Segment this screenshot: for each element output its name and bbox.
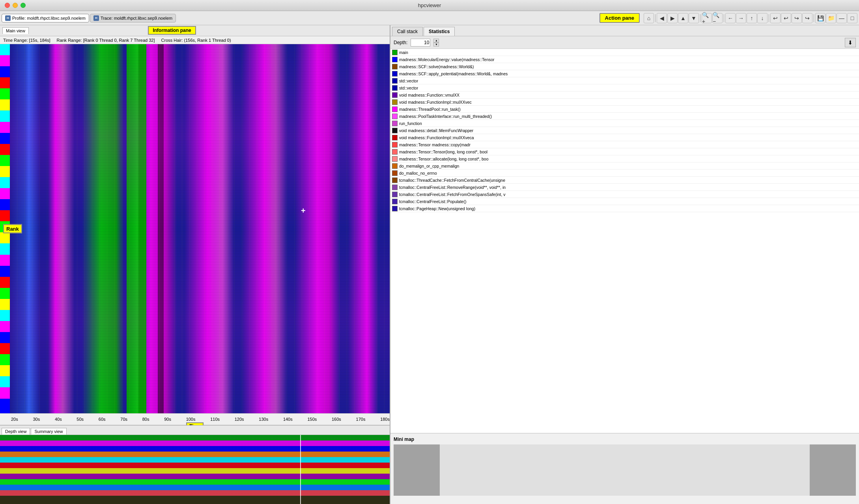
call-stack-item: do_memalign_or_cpp_memalign [390,162,859,170]
nav-right-button[interactable]: ▶ [667,13,678,23]
time-tick-4: 60s [99,417,106,422]
call-stack-item: madness::Tensor madness::copy(madr [390,141,859,148]
profile-tab-label: Profile: moldft.rhpct.libxc.sep9.noelem [12,16,86,21]
toolbar: H Profile: moldft.rhpct.libxc.sep9.noele… [0,11,859,25]
call-stack-item: tcmalloc::CentralFreeList::RemoveRange(v… [390,184,859,191]
call-stack-list[interactable]: main madness::MolecularEnergy::value(mad… [390,49,859,433]
call-stack-text: run_function [399,121,422,126]
call-stack-item: madness::Tensor::Tensor(long, long const… [390,148,859,155]
color-swatch [392,85,398,91]
time-tick-13: 150s [307,417,317,422]
time-tick-1: 30s [33,417,40,422]
window-max-button[interactable]: □ [847,13,857,23]
redo-button[interactable]: ↪ [792,13,802,23]
depth-control: Depth: ▲ ▼ ⬇ [390,36,859,49]
rank-badge: Rank [3,224,22,233]
trace-area[interactable]: Rank + [0,44,390,413]
call-stack-item: madness::MolecularEnergy::value(madness:… [390,56,859,63]
download-button[interactable]: ⬇ [845,38,856,47]
color-swatch [392,78,398,84]
mini-map-label: Mini map [394,437,856,442]
depth-label: Depth: [394,40,407,45]
nav-up-button[interactable]: ▲ [678,13,688,23]
time-tick-14: 160s [332,417,341,422]
zoom-in-button[interactable]: 🔍+ [702,13,712,23]
depth-increment[interactable]: ▲ [433,39,439,43]
color-swatch [392,50,398,55]
trace-tab[interactable]: H Trace: moldft.rhpct.libxc.sep9.noelem [90,14,176,22]
time-tick-16: 180s [380,417,390,422]
call-stack-text: void madness::detail::MemFuncWrapper [399,128,473,133]
call-stack-item: do_malloc_no_errno [390,170,859,177]
bottom-panel: Depth view Summary view [0,425,390,504]
profile-tab[interactable]: H Profile: moldft.rhpct.libxc.sep9.noele… [2,14,89,22]
call-stack-item: madness::SCF::apply_potential(madness::W… [390,70,859,77]
color-swatch [392,163,398,169]
call-stack-item: void madness::detail::MemFuncWrapper [390,127,859,134]
call-stack-text: do_memalign_or_cpp_memalign [399,164,459,168]
summary-view-tab[interactable]: Summary view [31,428,66,435]
depth-view-tab[interactable]: Depth view [2,428,30,435]
call-stack-text: void madness::FunctionImpl::mulXXveca [399,135,474,140]
call-stack-text: madness::PoolTaskInterface::run_multi_th… [399,114,492,119]
color-swatch [392,177,398,183]
depth-view-pattern [0,435,390,504]
time-tick-11: 130s [259,417,268,422]
trace-tab-label: Trace: moldft.rhpct.libxc.sep9.noelem [101,16,172,21]
time-tick-15: 170s [356,417,366,422]
call-stack-text: tcmalloc::ThreadCache::FetchFromCentralC… [399,178,505,183]
call-stack-text: madness::ThreadPool::run_task() [399,107,461,112]
separator-1 [655,14,655,22]
maximize-button[interactable] [21,3,26,8]
home-button[interactable]: ⌂ [644,13,654,23]
time-axis-labels: 20s 30s 40s 50s 60s 70s 80s 90s 100s 110… [0,417,390,422]
separator-2 [700,14,700,22]
call-stack-text: void madness::FunctionImpl::mulXXvec [399,100,472,105]
trace-canvas[interactable]: Rank + [0,44,390,413]
main-view-tab[interactable]: Main view [2,27,29,34]
color-swatch [392,57,398,62]
depth-canvas[interactable] [0,435,390,504]
nav-left-button[interactable]: ◀ [657,13,667,23]
info-bar: Time Range: [15s, 184s] Rank Range: [Ran… [0,36,390,44]
call-stack-text: tcmalloc::PageHeap::New(unsigned long) [399,206,475,211]
zoom-out-button[interactable]: 🔍− [712,13,723,23]
nav-down-button[interactable]: ▼ [689,13,699,23]
close-button[interactable] [5,3,10,8]
window-title: hpcviewer [418,2,441,8]
depth-decrement[interactable]: ▼ [433,43,439,47]
toolbar-icons: ⌂ ◀ ▶ ▲ ▼ 🔍+ 🔍− ← → ↑ ↓ ↩ ↩ ↪ ↪ 💾 📁 — □ [644,13,857,23]
undo2-button[interactable]: ↩ [781,13,791,23]
color-swatch [392,185,398,190]
time-tick-0: 20s [11,417,18,422]
call-stack-text: main [399,50,408,55]
scroll-down-button[interactable]: ↓ [757,13,767,23]
separator-4 [769,14,769,22]
call-stack-item: void madness::FunctionImpl::mulXXvec [390,99,859,106]
time-tick-9: 110s [210,417,220,422]
cross-hair: Cross Hair: (156s, Rank 1 Thread 0) [161,38,231,43]
action-pane-button[interactable]: Action pane [599,13,640,23]
redo2-button[interactable]: ↪ [802,13,812,23]
back-button[interactable]: ← [725,13,736,23]
scroll-up-button[interactable]: ↑ [747,13,757,23]
minimize-button[interactable] [13,3,18,8]
mini-map-left-bar [394,444,440,496]
undo-button[interactable]: ↩ [770,13,781,23]
call-stack-item: tcmalloc::PageHeap::New(unsigned long) [390,205,859,212]
folder-button[interactable]: 📁 [826,13,836,23]
mini-map-right-bar [810,444,856,496]
window-min-button[interactable]: — [837,13,847,23]
info-pane-label: Information pane [148,26,196,35]
call-stack-item: madness::ThreadPool::run_task() [390,106,859,113]
forward-button[interactable]: → [736,13,746,23]
statistics-tab[interactable]: Statistics [424,27,455,36]
time-tick-3: 50s [77,417,84,422]
mini-map-canvas [394,444,856,496]
call-stack-item: std::vector [390,84,859,91]
call-stack-text: madness::SCF::apply_potential(madness::W… [399,71,508,76]
save-button[interactable]: 💾 [815,13,825,23]
call-stack-tab[interactable]: Call stack [392,27,423,36]
call-stack-text: std::vector [399,78,418,83]
depth-input[interactable] [411,39,430,47]
